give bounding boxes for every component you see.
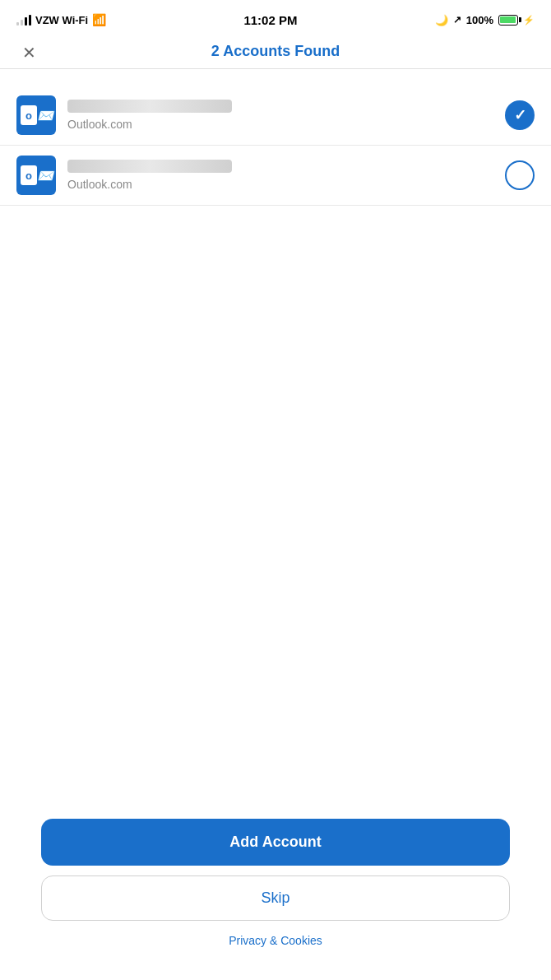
location-icon: ↗ — [453, 14, 461, 26]
account-item-1[interactable]: o ✉️ Outlook.com ✓ — [0, 86, 551, 146]
skip-button[interactable]: Skip — [41, 875, 510, 921]
add-account-button[interactable]: Add Account — [41, 819, 510, 866]
checkmark-icon-1: ✓ — [514, 108, 526, 123]
account-item-2[interactable]: o ✉️ Outlook.com — [0, 146, 551, 206]
account-check-1[interactable]: ✓ — [505, 100, 535, 130]
account-type-1: Outlook.com — [67, 118, 497, 131]
page-title: 2 Accounts Found — [211, 43, 340, 60]
status-bar: VZW Wi-Fi 📶 11:02 PM 🌙 ↗ 100% ⚡ — [0, 0, 551, 36]
battery-icon — [498, 15, 518, 26]
account-details-1: Outlook.com — [67, 100, 497, 131]
accounts-list: o ✉️ Outlook.com ✓ o ✉️ Outlook.com — [0, 86, 551, 206]
close-button[interactable]: ✕ — [16, 40, 41, 65]
outlook-logo-1: o ✉️ — [16, 95, 56, 135]
battery-percent: 100% — [466, 14, 493, 26]
bottom-section: Add Account Skip Privacy & Cookies — [0, 819, 551, 947]
signal-bars-icon — [16, 14, 31, 26]
status-right: 🌙 ↗ 100% ⚡ — [435, 14, 535, 26]
account-type-2: Outlook.com — [67, 178, 497, 191]
account-check-2[interactable] — [505, 160, 535, 190]
account-email-2 — [67, 160, 232, 173]
privacy-cookies-link[interactable]: Privacy & Cookies — [41, 934, 510, 947]
status-left: VZW Wi-Fi 📶 — [16, 13, 106, 26]
status-time: 11:02 PM — [243, 13, 297, 27]
carrier-label: VZW Wi-Fi — [35, 14, 88, 26]
moon-icon: 🌙 — [435, 14, 448, 26]
bolt-icon: ⚡ — [523, 15, 535, 26]
outlook-logo-2: o ✉️ — [16, 156, 56, 195]
account-email-1 — [67, 100, 232, 113]
account-details-2: Outlook.com — [67, 160, 497, 191]
nav-header: ✕ 2 Accounts Found — [0, 36, 551, 69]
wifi-icon: 📶 — [92, 13, 106, 26]
